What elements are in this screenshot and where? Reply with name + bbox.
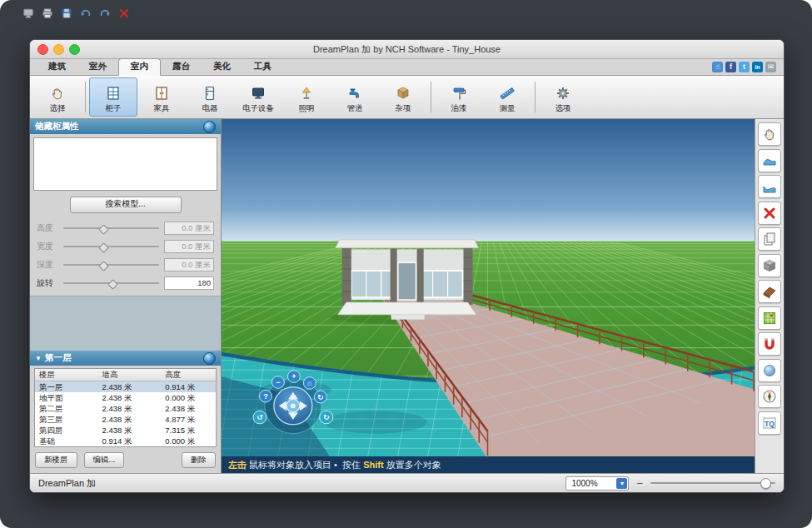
svg-text:↻: ↻ [317,393,324,401]
svg-text:↻: ↻ [323,413,330,421]
zoom-value: 1000% [566,479,616,488]
close-button[interactable] [37,44,48,55]
zoom-slider[interactable] [650,478,775,488]
panel-spacer [30,296,221,351]
block-tool-button[interactable] [758,254,781,277]
tool-electronics[interactable]: 电子设备 [234,77,282,117]
grid-3d-view-button[interactable] [758,306,781,330]
sphere-icon [761,362,778,379]
zoom-out-icon[interactable]: − [636,477,643,490]
close-icon[interactable] [117,7,131,20]
svg-text:−: − [276,378,280,386]
zoom-slider-knob[interactable] [760,478,771,489]
floor-row[interactable]: 地平面 2.438 米 0.000 米 [35,392,216,403]
floor-help-orb-icon[interactable] [203,352,216,365]
minimize-button[interactable] [53,44,64,55]
collapse-triangle-icon: ▼ [35,355,42,362]
snap-toggle-button[interactable] [758,332,781,356]
display-icon[interactable] [22,7,35,20]
floor-row[interactable]: 第一层 2.438 米 0.914 米 [35,381,216,392]
undo-icon[interactable] [79,7,92,20]
tool-furniture[interactable]: 家具 [137,77,186,117]
terrain-raise-button[interactable] [758,149,781,172]
properties-title: 储藏柜属性 [35,121,79,132]
grid-3d-icon [761,310,778,326]
ribbon-tabs: 建筑 室外 室内 露台 美化 工具 ☝ f t in ✉ [30,59,784,76]
roof-tool-button[interactable] [758,280,781,303]
floor-row[interactable]: 第四层 2.438 米 7.315 米 [35,425,216,436]
cabinet-icon [105,83,122,102]
duplicate-button[interactable] [758,227,781,251]
tab-interior[interactable]: 室内 [118,58,161,76]
furniture-icon [153,83,170,102]
desktop-background: DreamPlan 加 by NCH Software - Tiny_House… [0,0,812,528]
twitter-icon[interactable]: t [739,62,750,72]
width-slider[interactable] [63,242,159,252]
tool-lighting[interactable]: 照明 [282,77,331,117]
tab-tools[interactable]: 工具 [242,59,283,75]
tool-options[interactable]: 选项 [539,77,587,117]
material-button[interactable] [758,359,781,382]
tab-building[interactable]: 建筑 [37,59,77,75]
facebook-icon[interactable]: f [725,62,736,72]
floor-row[interactable]: 基础 0.914 米 0.000 米 [35,436,216,446]
svg-text:⌂: ⌂ [307,379,311,387]
new-floor-button[interactable]: 新楼层 [35,452,77,468]
rotation-slider[interactable] [63,278,159,288]
toolbar-separator [85,82,86,112]
zoom-window-button[interactable] [69,44,80,55]
copy-icon [761,231,778,247]
tool-measure[interactable]: 测量 [483,77,531,117]
pan-tool-button[interactable] [758,122,781,146]
floor-row[interactable]: 第二层 2.438 米 2.438 米 [35,403,216,414]
print-icon[interactable] [41,7,54,20]
delete-floor-button[interactable]: 删除 [182,452,216,468]
width-value[interactable]: 0.0 厘米 [164,240,214,253]
like-icon[interactable]: ☝ [712,62,723,72]
dropdown-arrow-icon[interactable]: ▼ [616,478,627,489]
tool-paint[interactable]: 油漆 [435,77,483,117]
rotation-value[interactable]: 180 [164,276,214,290]
floor-buttons: 新楼层 编辑... 删除 [30,449,221,473]
tool-misc[interactable]: 杂项 [379,77,427,117]
zoom-select[interactable]: 1000% ▼ [565,476,629,491]
tab-deck[interactable]: 露台 [161,59,202,75]
help-orb-icon[interactable] [203,121,216,133]
depth-value[interactable]: 0.0 厘米 [164,258,214,271]
svg-text:↺: ↺ [257,413,263,421]
tool-appliances[interactable]: 电器 [186,77,234,117]
floor-section-header[interactable]: ▼ 第一层 [30,351,221,366]
floor-row[interactable]: 第三层 2.438 米 4.877 米 [35,414,216,425]
delete-object-button[interactable] [758,202,781,225]
texture-quality-icon [761,415,778,431]
search-models-button[interactable]: 搜索模型... [70,197,182,213]
lamp-icon [298,83,315,102]
terrain-lower-button[interactable] [758,175,781,198]
depth-slider-row: 深度 0.0 厘米 [30,256,221,274]
misc-box-icon [395,83,411,102]
depth-slider[interactable] [63,260,159,270]
hint-shift: Shift [363,460,383,470]
height-slider[interactable] [63,223,159,233]
width-slider-row: 宽度 0.0 厘米 [30,237,221,256]
redo-icon[interactable] [98,7,112,20]
svg-text:+: + [291,372,296,381]
tool-plumbing[interactable]: 管道 [331,77,379,117]
compass-button[interactable] [758,385,781,408]
tab-landscaping[interactable]: 美化 [202,59,242,75]
edit-floor-button[interactable]: 编辑... [84,452,125,468]
hint-click: 左击 [228,459,247,471]
texture-quality-button[interactable] [758,411,781,435]
email-icon[interactable]: ✉ [765,62,776,72]
frame-toolbar [22,7,131,20]
tool-cabinets[interactable]: 柜子 [89,77,137,117]
floor-table-header: 楼层 墙高 高度 [35,369,216,381]
tool-select[interactable]: 选择 [33,77,82,117]
height-value[interactable]: 0.0 厘米 [164,222,214,235]
faucet-icon [346,83,363,102]
model-list[interactable] [33,137,217,191]
tab-exterior[interactable]: 室外 [77,59,118,75]
viewport-3d-canvas[interactable]: ? − + ⌂ ↻ ↺ ↻ [222,119,755,456]
linkedin-icon[interactable]: in [752,62,763,72]
save-icon[interactable] [60,7,73,20]
